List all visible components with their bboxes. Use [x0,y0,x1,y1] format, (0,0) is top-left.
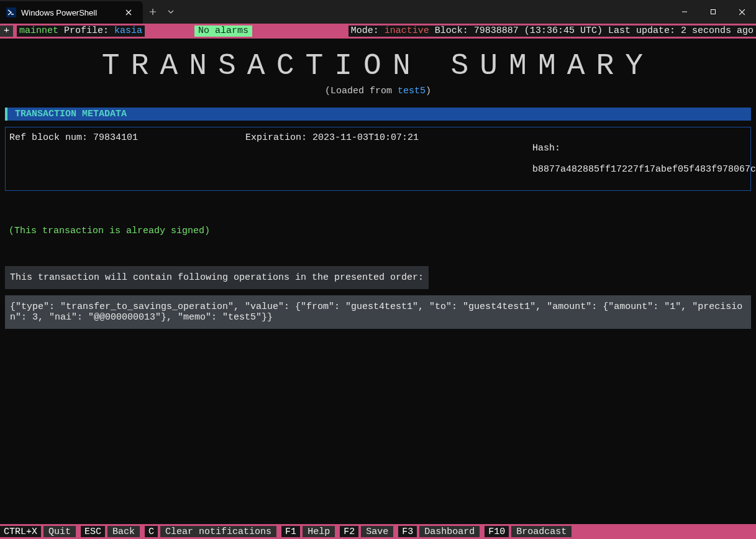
status-profile-value: kasia [114,25,142,37]
key-label-back: Back [107,526,140,537]
key-c[interactable]: C [145,526,158,537]
svg-rect-1 [711,10,716,14]
key-label-save: Save [361,526,393,537]
meta-ref-block: Ref block num: 79834101 [8,132,244,185]
tab-close-button[interactable] [122,8,135,17]
key-ctrl+x[interactable]: CTRL+X [0,526,41,537]
status-plus[interactable]: + [0,25,13,37]
loaded-suffix: ) [426,86,431,96]
key-f2[interactable]: F2 [340,526,358,537]
tab-active[interactable]: Windows PowerShell [0,1,143,24]
close-button[interactable] [727,0,756,24]
status-profile-label: Profile: [64,25,109,37]
loaded-prefix: (Loaded from [325,86,398,96]
key-f3[interactable]: F3 [398,526,417,537]
key-label-help: Help [303,526,335,537]
section-header-metadata: TRANSACTION METADATA [5,108,751,121]
status-bar: + mainnet Profile: kasia No alarms Mode:… [0,24,756,39]
key-label-broadcast: Broadcast [511,526,572,537]
status-block-value: 79838887 (13:36:45 UTC) [474,25,603,37]
status-block-label: Block: [435,25,468,37]
key-f10[interactable]: F10 [485,526,509,537]
page-title: TRANSACTION SUMMARY [5,46,751,82]
signed-notice: (This transaction is already signed) [5,226,751,236]
meta-hash: Hash: b8877a482885ff17227f17abef05f483f9… [486,132,756,185]
status-right: Mode: inactive Block: 79838887 (13:36:45… [348,25,756,37]
powershell-icon [6,7,16,17]
terminal-body: TRANSACTION SUMMARY (Loaded from test5) … [0,39,756,524]
status-update-value: 2 seconds ago [681,25,754,37]
window-controls [670,0,756,24]
tab-dropdown-button[interactable] [163,0,179,24]
minimize-button[interactable] [670,0,699,24]
loaded-name: test5 [398,86,426,96]
status-alarms: No alarms [194,25,252,37]
metadata-box: Ref block num: 79834101 Expiration: 2023… [5,127,751,191]
new-tab-button[interactable] [143,0,163,24]
key-label-clear-notifications: Clear notifications [160,526,276,537]
tab-title: Windows PowerShell [21,8,117,17]
maximize-button[interactable] [699,0,727,24]
status-update-label: Last update: [608,25,675,37]
meta-expiration: Expiration: 2023-11-03T10:07:21 [244,132,486,185]
key-bar: CTRL+XQuitESCBackCClear notificationsF1H… [0,524,756,539]
key-esc[interactable]: ESC [81,526,105,537]
key-f1[interactable]: F1 [281,526,300,537]
operations-body: {"type": "transfer_to_savings_operation"… [5,295,751,329]
window-titlebar: Windows PowerShell [0,0,756,24]
loaded-from-line: (Loaded from test5) [5,86,751,96]
key-label-dashboard: Dashboard [419,526,480,537]
meta-hash-value: b8877a482885ff17227f17abef05f483f978067c [532,164,756,175]
operations-header: This transaction will contain following … [5,266,429,289]
meta-hash-label: Hash: [532,143,560,154]
status-network-profile: mainnet Profile: kasia [17,25,145,37]
status-mode-value: inactive [385,25,429,37]
status-mode-label: Mode: [351,25,379,37]
key-label-quit: Quit [43,526,76,537]
status-network: mainnet [19,25,58,37]
